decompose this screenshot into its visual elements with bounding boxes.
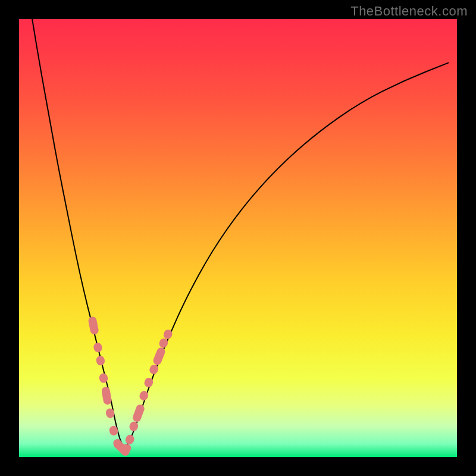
marker-pill (87, 316, 99, 335)
marker-pill (101, 386, 112, 405)
highlight-markers (87, 316, 174, 458)
bottleneck-curve (32, 19, 448, 447)
marker-pill (93, 342, 103, 353)
marker-pill (105, 408, 115, 418)
marker-pill (152, 346, 166, 366)
marker-pill (131, 403, 145, 423)
watermark-text: TheBottleneck.com (350, 4, 468, 19)
chart-frame: TheBottleneck.com (0, 0, 476, 476)
plot-area (19, 19, 457, 457)
marker-pill (95, 355, 105, 366)
marker-pill (121, 444, 131, 452)
marker-pill (124, 434, 136, 446)
chart-svg (19, 19, 457, 457)
